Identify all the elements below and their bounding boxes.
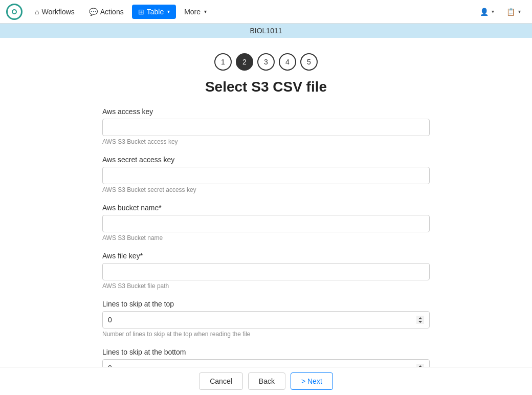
course-title: BIOL1011 (250, 27, 282, 35)
step-2-active: 2 (236, 53, 253, 71)
aws-access-key-group: Aws access key AWS S3 Bucket access key (102, 107, 430, 145)
logo-icon (6, 4, 23, 20)
aws-file-key-hint: AWS S3 Bucket file path (102, 282, 430, 290)
table-dropdown-arrow: ▾ (167, 9, 170, 14)
nav-workflows-label: Workflows (41, 8, 74, 16)
logo-inner (12, 9, 17, 14)
cancel-button[interactable]: Cancel (199, 372, 243, 390)
step-4: 4 (279, 53, 296, 71)
back-button[interactable]: Back (248, 372, 285, 390)
aws-secret-access-key-hint: AWS S3 Bucket secret access key (102, 186, 430, 193)
nav-more-label: More (184, 8, 201, 16)
nav-more[interactable]: More ▾ (178, 5, 213, 19)
aws-file-key-label: Aws file key* (102, 252, 430, 260)
aws-secret-access-key-input[interactable] (102, 167, 430, 184)
aws-access-key-hint: AWS S3 Bucket access key (102, 138, 430, 145)
nav-table[interactable]: ⊞ Table ▾ (132, 5, 176, 19)
step-5: 5 (300, 53, 318, 71)
nav-actions[interactable]: 💬 Actions (83, 5, 130, 19)
lines-top-group: Lines to skip at the top Number of lines… (102, 300, 430, 338)
lines-top-wrapper (102, 311, 430, 328)
more-dropdown-arrow: ▾ (204, 9, 207, 14)
aws-file-key-group: Aws file key* AWS S3 Bucket file path (102, 252, 430, 290)
lines-top-hint: Number of lines to skip at the top when … (102, 331, 430, 338)
step-indicators: 1 2 3 4 5 (102, 53, 430, 71)
lines-bottom-label: Lines to skip at the bottom (102, 348, 430, 356)
next-button[interactable]: > Next (291, 372, 333, 390)
user-menu-button[interactable]: 👤 ▾ (475, 5, 499, 19)
aws-access-key-label: Aws access key (102, 107, 430, 116)
workflows-icon: ⌂ (35, 8, 39, 16)
user-dropdown-arrow: ▾ (492, 9, 494, 14)
aws-secret-access-key-group: Aws secret access key AWS S3 Bucket secr… (102, 156, 430, 193)
user-icon: 👤 (480, 8, 489, 16)
nav-actions-label: Actions (100, 8, 124, 16)
aws-bucket-name-hint: AWS S3 Bucket name (102, 234, 430, 242)
actions-icon: 💬 (89, 8, 98, 16)
page-title: Select S3 CSV file (102, 79, 430, 95)
nav-workflows[interactable]: ⌂ Workflows (29, 5, 81, 19)
doc-menu-button[interactable]: 📋 ▾ (501, 5, 526, 19)
aws-secret-access-key-label: Aws secret access key (102, 156, 430, 164)
step-1: 1 (214, 53, 232, 71)
aws-bucket-name-group: Aws bucket name* AWS S3 Bucket name (102, 204, 430, 242)
table-icon: ⊞ (138, 8, 144, 16)
aws-file-key-input[interactable] (102, 263, 430, 280)
footer-bar: Cancel Back > Next (0, 367, 532, 395)
aws-bucket-name-label: Aws bucket name* (102, 204, 430, 212)
nav-table-label: Table (147, 8, 164, 16)
lines-top-label: Lines to skip at the top (102, 300, 430, 308)
lines-top-input[interactable] (102, 311, 430, 328)
course-banner: BIOL1011 (0, 24, 532, 38)
step-3: 3 (257, 53, 275, 71)
brand-logo[interactable] (6, 4, 23, 20)
aws-bucket-name-input[interactable] (102, 215, 430, 232)
doc-dropdown-arrow: ▾ (518, 9, 521, 14)
navbar: ⌂ Workflows 💬 Actions ⊞ Table ▾ More ▾ 👤… (0, 0, 532, 24)
main-content: 1 2 3 4 5 Select S3 CSV file Aws access … (92, 38, 440, 395)
doc-icon: 📋 (506, 8, 515, 16)
aws-access-key-input[interactable] (102, 119, 430, 136)
